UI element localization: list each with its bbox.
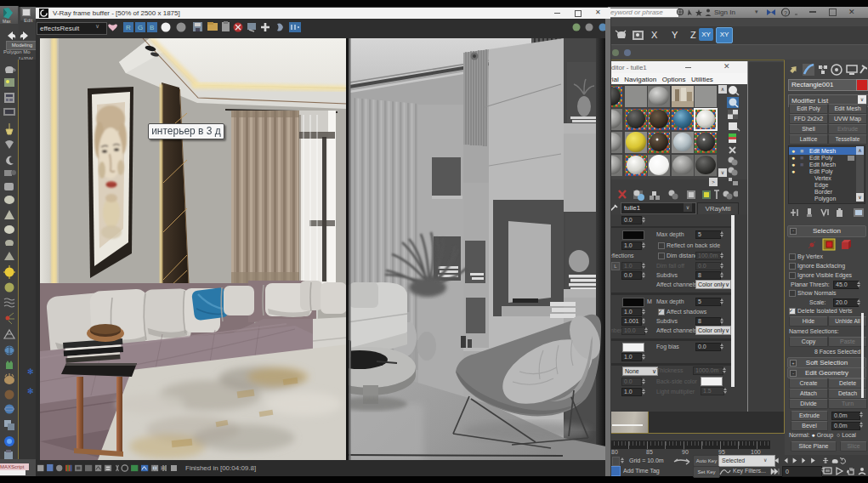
svg-text:G: G xyxy=(138,24,143,31)
svg-text:R: R xyxy=(126,24,131,31)
svg-text:?: ? xyxy=(784,10,787,16)
svg-text:B: B xyxy=(150,24,154,31)
